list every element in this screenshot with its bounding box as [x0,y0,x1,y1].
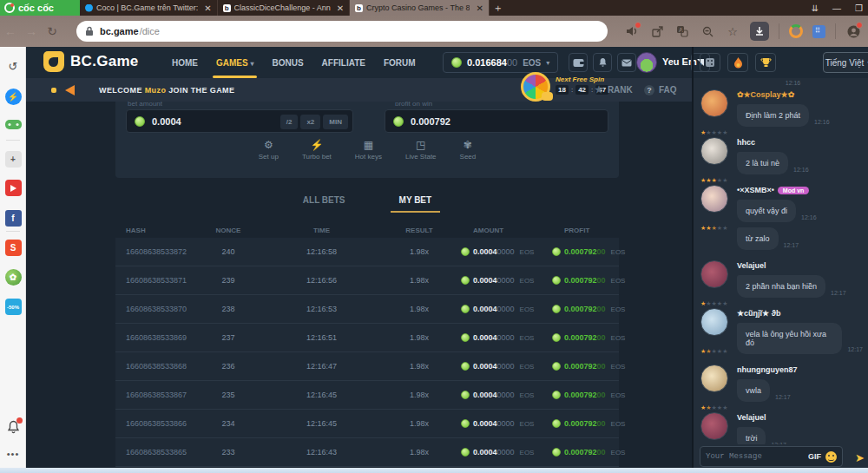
reload-icon[interactable]: ↻ [42,24,62,38]
language-selector[interactable]: Tiếng Việt▾ [823,52,868,73]
avatar[interactable] [700,260,728,288]
bet-result: 1.98x [385,391,454,399]
download-button[interactable] [750,22,769,41]
translate-icon[interactable]: A [674,23,690,39]
messenger-icon[interactable]: ⚡ [0,89,26,105]
table-row[interactable]: 16608638533868 236 12:16:47 1.98x 0.0004… [115,352,619,381]
table-row[interactable]: 16608638533870 238 12:16:53 1.98x 0.0004… [115,295,619,324]
eos-coin-icon [451,57,462,68]
chat-input[interactable]: Your Message GIF [700,446,843,467]
notifications-button[interactable] [593,53,612,72]
nav-bonus[interactable]: BONUS [272,58,303,68]
chat-username[interactable]: hhcc [737,135,863,147]
wallet-button[interactable] [569,53,588,72]
messages-button[interactable] [617,53,636,72]
maximize-icon[interactable]: ❐ [855,3,863,13]
balance-selector[interactable]: 0.01668400 EOS ▾ [443,52,558,73]
avatar[interactable] [700,185,728,213]
browser-tab-twitter[interactable]: Coco | BC.Game trên Twitter: ✕ [80,0,218,16]
seed-button[interactable]: ✾Seed [460,140,477,161]
rank-link[interactable]: ★RANK [595,84,633,95]
profile-icon[interactable] [845,23,861,39]
half-bet-button[interactable]: /2 [280,115,299,129]
share-icon[interactable] [649,23,665,39]
nav-home[interactable]: HOME [172,58,198,68]
dice-icon-button[interactable] [700,53,720,72]
chat-username[interactable]: ✿★Cosplay★✿ [737,88,863,99]
avatar[interactable] [700,89,728,117]
minimize-icon[interactable]: — [832,3,841,13]
history-icon[interactable]: ↺ [0,60,26,73]
user-avatar[interactable] [636,52,657,73]
table-row[interactable]: 16608638533865 233 12:16:43 1.98x 0.0004… [115,438,619,467]
chat-bubble: trời [737,427,766,444]
table-row[interactable]: 16608638533866 234 12:16:45 1.98x 0.0004… [115,410,619,438]
mod-badge: Mod vn [778,187,810,194]
trophy-button[interactable] [755,53,776,72]
facebook-icon[interactable]: f [0,210,26,227]
tab-all-bets[interactable]: ALL BETS [303,195,345,213]
spin-wheel-icon[interactable] [521,72,550,102]
avatar[interactable] [700,137,728,165]
bcgame-logo[interactable]: BC.Game [43,51,139,72]
leaf-app-icon[interactable]: ✿ [0,269,26,286]
double-bet-button[interactable]: x2 [300,115,320,129]
hot-keys-button[interactable]: ▦Hot keys [355,140,382,161]
extension-icon[interactable] [812,25,825,38]
tab-search-icon[interactable]: ⇊ [812,3,819,13]
chat-username[interactable]: nhungnguyen87 [737,363,863,374]
avatar[interactable] [700,412,728,440]
faq-link[interactable]: ?FAQ [644,85,677,95]
coccoc-update-icon[interactable] [789,24,803,38]
chat-message: Velajuel ★★★★★ 2 phần nha bạn hiền12:17 [699,259,863,298]
table-row[interactable]: 16608638533867 235 12:16:45 1.98x 0.0004… [115,381,619,410]
bet-hash: 16608638533868 [115,362,198,371]
hot-fire-button[interactable] [727,53,748,72]
nav-affiliate[interactable]: AFFILIATE [322,58,365,68]
live-state-button[interactable]: ◳Live State [405,140,437,161]
table-row[interactable]: 16608638533869 237 12:16:51 1.98x 0.0004… [115,324,619,352]
chat-username[interactable]: Velajuel [737,411,863,422]
nav-forum[interactable]: FORUM [384,58,416,68]
turbo-bet-button[interactable]: ⚡Turbo bet [302,140,332,161]
table-row[interactable]: 16608638533871 239 12:16:56 1.98x 0.0004… [115,266,619,295]
gamepad-icon[interactable] [0,119,26,130]
bet-amount-input[interactable]: 0.0004 /2 x2 MIN [126,109,353,133]
chat-username[interactable]: Velajuel [737,259,863,270]
sound-blocked-icon[interactable] [624,23,640,39]
close-tab-icon[interactable]: ✕ [204,3,211,13]
forward-icon[interactable]: → [21,24,42,38]
setup-button[interactable]: ⚙Set up [259,140,279,161]
browser-tab-challenge[interactable]: b ClassicDiceChallenge - Ann ✕ [218,0,350,16]
tiki-sale-icon[interactable]: -50% [0,299,26,315]
shopee-icon[interactable]: S [0,240,26,256]
bookmark-star-icon[interactable]: ☆ [725,23,740,39]
emoji-button[interactable] [825,451,837,463]
close-tab-icon[interactable]: ✕ [476,3,483,13]
gif-button[interactable]: GIF [808,452,821,461]
browser-tab-active[interactable]: b Crypto Casino Games - The 8 ✕ [350,0,490,16]
more-options-icon[interactable]: ••• [0,449,26,459]
back-icon[interactable]: ← [0,24,21,38]
tab-my-bet[interactable]: MY BET [399,195,432,213]
avatar[interactable] [700,308,728,336]
profit-input[interactable]: 0.000792 [385,109,608,133]
chat-username[interactable]: •×XSMB×•Mod vn [737,183,863,194]
youtube-icon[interactable] [0,180,26,196]
add-shortcut-button[interactable]: + [0,151,26,168]
address-bar[interactable]: bc.game/dice [76,21,608,42]
chat-message-list[interactable]: 12:16 ✿★Cosplay★✿ ★★★★★ Định làm 2 phát1… [694,78,868,444]
bet-profit: 0.00079200 EOS [545,333,619,342]
chat-username[interactable]: ★cũŋjĩ★ ϑb [737,306,863,318]
notifications-bell-icon[interactable] [0,420,26,437]
close-tab-icon[interactable]: ✕ [337,3,344,13]
min-bet-button[interactable]: MIN [323,115,348,129]
eos-coin-icon [552,448,561,457]
zoom-out-icon[interactable] [700,23,715,39]
avatar[interactable] [700,365,728,392]
new-tab-button[interactable]: ＋ [490,0,507,16]
send-message-icon[interactable]: ➤ [855,451,865,464]
bet-result: 1.98x [385,305,454,313]
table-row[interactable]: 16608638533872 240 12:16:58 1.98x 0.0004… [115,238,619,266]
nav-games[interactable]: GAMES ▾ [216,58,253,68]
